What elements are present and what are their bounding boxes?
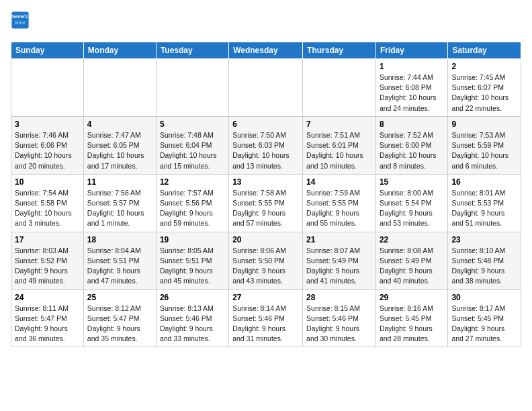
day-info: Sunrise: 8:01 AM Sunset: 5:53 PM Dayligh… — [451, 188, 517, 229]
calendar-day-cell: 26Sunrise: 8:13 AM Sunset: 5:46 PM Dayli… — [156, 289, 228, 347]
calendar-day-cell: 5Sunrise: 7:48 AM Sunset: 6:04 PM Daylig… — [156, 116, 228, 174]
day-info: Sunrise: 7:52 AM Sunset: 6:00 PM Dayligh… — [380, 130, 444, 171]
calendar-day-cell: 12Sunrise: 7:57 AM Sunset: 5:56 PM Dayli… — [156, 174, 228, 232]
day-number: 20 — [232, 235, 299, 244]
calendar-day-cell: 17Sunrise: 8:03 AM Sunset: 5:52 PM Dayli… — [11, 232, 84, 289]
day-number: 29 — [380, 293, 444, 302]
calendar-day-cell — [229, 59, 303, 117]
day-info: Sunrise: 7:56 AM Sunset: 5:57 PM Dayligh… — [87, 188, 152, 229]
day-info: Sunrise: 7:45 AM Sunset: 6:07 PM Dayligh… — [451, 73, 517, 113]
day-info: Sunrise: 7:44 AM Sunset: 6:08 PM Dayligh… — [380, 73, 444, 113]
calendar-table: SundayMondayTuesdayWednesdayThursdayFrid… — [11, 42, 521, 347]
calendar-day-cell: 25Sunrise: 8:12 AM Sunset: 5:47 PM Dayli… — [83, 289, 156, 347]
day-info: Sunrise: 8:07 AM Sunset: 5:49 PM Dayligh… — [306, 246, 372, 287]
day-info: Sunrise: 8:05 AM Sunset: 5:51 PM Dayligh… — [160, 246, 225, 287]
calendar-day-cell — [11, 59, 84, 117]
day-info: Sunrise: 7:58 AM Sunset: 5:55 PM Dayligh… — [232, 188, 299, 229]
calendar-day-cell: 3Sunrise: 7:46 AM Sunset: 6:06 PM Daylig… — [11, 116, 84, 174]
calendar-week-row: 24Sunrise: 8:11 AM Sunset: 5:47 PM Dayli… — [11, 289, 521, 347]
day-info: Sunrise: 8:15 AM Sunset: 5:46 PM Dayligh… — [306, 304, 372, 345]
day-number: 9 — [451, 120, 517, 129]
calendar-day-cell: 4Sunrise: 7:47 AM Sunset: 6:05 PM Daylig… — [83, 116, 156, 174]
weekday-header-cell: Wednesday — [229, 42, 303, 59]
day-number: 7 — [306, 120, 372, 129]
day-number: 24 — [15, 293, 80, 302]
calendar-week-row: 17Sunrise: 8:03 AM Sunset: 5:52 PM Dayli… — [11, 232, 521, 289]
day-info: Sunrise: 8:12 AM Sunset: 5:47 PM Dayligh… — [87, 304, 152, 345]
day-info: Sunrise: 8:16 AM Sunset: 5:45 PM Dayligh… — [380, 304, 444, 345]
svg-text:Blue: Blue — [15, 20, 25, 25]
day-info: Sunrise: 7:57 AM Sunset: 5:56 PM Dayligh… — [160, 188, 225, 229]
calendar-day-cell — [303, 59, 376, 117]
calendar-day-cell: 23Sunrise: 8:10 AM Sunset: 5:48 PM Dayli… — [448, 232, 521, 289]
day-info: Sunrise: 7:47 AM Sunset: 6:05 PM Dayligh… — [87, 130, 152, 171]
calendar-week-row: 1Sunrise: 7:44 AM Sunset: 6:08 PM Daylig… — [11, 59, 521, 117]
calendar-day-cell: 16Sunrise: 8:01 AM Sunset: 5:53 PM Dayli… — [448, 174, 521, 232]
calendar-day-cell: 1Sunrise: 7:44 AM Sunset: 6:08 PM Daylig… — [375, 59, 447, 117]
calendar-day-cell: 22Sunrise: 8:08 AM Sunset: 5:49 PM Dayli… — [375, 232, 447, 289]
calendar-day-cell: 9Sunrise: 7:53 AM Sunset: 5:59 PM Daylig… — [448, 116, 521, 174]
day-info: Sunrise: 8:00 AM Sunset: 5:54 PM Dayligh… — [380, 188, 444, 229]
logo-icon: General Blue — [11, 11, 30, 30]
day-info: Sunrise: 7:51 AM Sunset: 6:01 PM Dayligh… — [306, 130, 372, 171]
day-number: 19 — [160, 235, 225, 244]
calendar-day-cell — [156, 59, 228, 117]
day-number: 16 — [451, 177, 517, 187]
calendar-day-cell: 14Sunrise: 7:59 AM Sunset: 5:55 PM Dayli… — [303, 174, 376, 232]
day-info: Sunrise: 8:13 AM Sunset: 5:46 PM Dayligh… — [160, 304, 225, 345]
day-info: Sunrise: 7:50 AM Sunset: 6:03 PM Dayligh… — [232, 130, 299, 171]
logo: General Blue — [11, 11, 32, 30]
day-info: Sunrise: 8:14 AM Sunset: 5:46 PM Dayligh… — [232, 304, 299, 345]
day-number: 26 — [160, 293, 225, 302]
day-number: 3 — [15, 120, 80, 129]
calendar-week-row: 3Sunrise: 7:46 AM Sunset: 6:06 PM Daylig… — [11, 116, 521, 174]
day-number: 30 — [451, 293, 517, 302]
day-number: 18 — [87, 235, 152, 244]
calendar-day-cell: 19Sunrise: 8:05 AM Sunset: 5:51 PM Dayli… — [156, 232, 228, 289]
calendar-day-cell: 7Sunrise: 7:51 AM Sunset: 6:01 PM Daylig… — [303, 116, 376, 174]
day-number: 8 — [380, 120, 444, 129]
day-number: 11 — [87, 177, 152, 187]
day-number: 23 — [451, 235, 517, 244]
weekday-header-cell: Tuesday — [156, 42, 228, 59]
calendar-day-cell: 2Sunrise: 7:45 AM Sunset: 6:07 PM Daylig… — [448, 59, 521, 117]
calendar-day-cell: 30Sunrise: 8:17 AM Sunset: 5:45 PM Dayli… — [448, 289, 521, 347]
day-number: 12 — [160, 177, 225, 187]
calendar-day-cell: 28Sunrise: 8:15 AM Sunset: 5:46 PM Dayli… — [303, 289, 376, 347]
weekday-header-cell: Friday — [375, 42, 447, 59]
day-info: Sunrise: 8:04 AM Sunset: 5:51 PM Dayligh… — [87, 246, 152, 287]
calendar-day-cell: 29Sunrise: 8:16 AM Sunset: 5:45 PM Dayli… — [375, 289, 447, 347]
calendar-day-cell: 21Sunrise: 8:07 AM Sunset: 5:49 PM Dayli… — [303, 232, 376, 289]
day-info: Sunrise: 7:46 AM Sunset: 6:06 PM Dayligh… — [15, 130, 80, 171]
weekday-header-row: SundayMondayTuesdayWednesdayThursdayFrid… — [11, 42, 521, 59]
day-number: 22 — [380, 235, 444, 244]
calendar-week-row: 10Sunrise: 7:54 AM Sunset: 5:58 PM Dayli… — [11, 174, 521, 232]
day-number: 13 — [232, 177, 299, 187]
calendar-day-cell — [83, 59, 156, 117]
day-number: 28 — [306, 293, 372, 302]
weekday-header-cell: Saturday — [448, 42, 521, 59]
day-number: 2 — [451, 62, 517, 71]
day-number: 17 — [15, 235, 80, 244]
day-number: 15 — [380, 177, 444, 187]
calendar-body: 1Sunrise: 7:44 AM Sunset: 6:08 PM Daylig… — [11, 59, 521, 347]
calendar-day-cell: 18Sunrise: 8:04 AM Sunset: 5:51 PM Dayli… — [83, 232, 156, 289]
calendar-day-cell: 13Sunrise: 7:58 AM Sunset: 5:55 PM Dayli… — [229, 174, 303, 232]
calendar-day-cell: 6Sunrise: 7:50 AM Sunset: 6:03 PM Daylig… — [229, 116, 303, 174]
day-number: 14 — [306, 177, 372, 187]
day-number: 6 — [232, 120, 299, 129]
day-info: Sunrise: 8:08 AM Sunset: 5:49 PM Dayligh… — [380, 246, 444, 287]
day-info: Sunrise: 7:48 AM Sunset: 6:04 PM Dayligh… — [160, 130, 225, 171]
day-number: 4 — [87, 120, 152, 129]
calendar-day-cell: 20Sunrise: 8:06 AM Sunset: 5:50 PM Dayli… — [229, 232, 303, 289]
day-number: 1 — [380, 62, 444, 71]
weekday-header-cell: Thursday — [303, 42, 376, 59]
day-info: Sunrise: 8:10 AM Sunset: 5:48 PM Dayligh… — [451, 246, 517, 287]
weekday-header-cell: Sunday — [11, 42, 84, 59]
calendar-day-cell: 24Sunrise: 8:11 AM Sunset: 5:47 PM Dayli… — [11, 289, 84, 347]
day-number: 5 — [160, 120, 225, 129]
day-info: Sunrise: 8:17 AM Sunset: 5:45 PM Dayligh… — [451, 304, 517, 345]
calendar-day-cell: 15Sunrise: 8:00 AM Sunset: 5:54 PM Dayli… — [375, 174, 447, 232]
day-info: Sunrise: 8:11 AM Sunset: 5:47 PM Dayligh… — [15, 304, 80, 345]
calendar-day-cell: 11Sunrise: 7:56 AM Sunset: 5:57 PM Dayli… — [83, 174, 156, 232]
